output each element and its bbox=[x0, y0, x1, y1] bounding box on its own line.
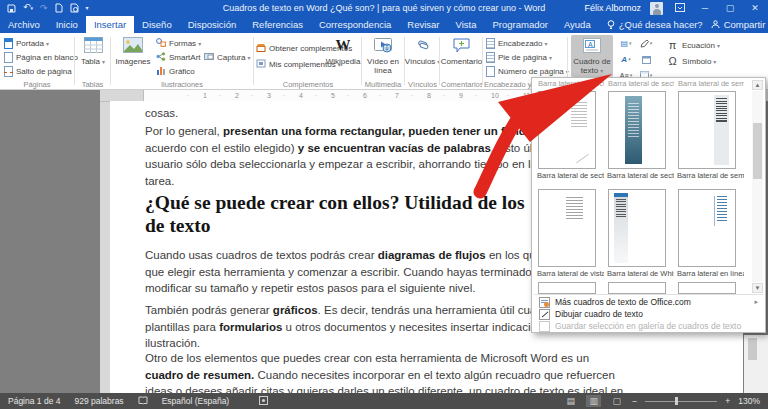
tab-vista[interactable]: Vista bbox=[448, 16, 485, 33]
tab-referencias[interactable]: Referencias bbox=[244, 16, 311, 33]
tab-correspondencia[interactable]: Correspondencia bbox=[311, 16, 399, 33]
zoom-in-button[interactable]: + bbox=[725, 396, 730, 406]
gallery-item-1[interactable] bbox=[538, 91, 596, 169]
group-paginas: Portada Página en blanco Salto de página… bbox=[2, 33, 72, 89]
tell-me-box[interactable]: ¿Qué desea hacer? bbox=[599, 16, 711, 33]
print-preview-icon[interactable] bbox=[70, 3, 79, 13]
page-number-icon bbox=[486, 66, 495, 77]
elementos-rapidos-button[interactable]: ▤▾ bbox=[619, 36, 633, 50]
tab-revisar[interactable]: Revisar bbox=[399, 16, 447, 33]
gallery-item-7[interactable] bbox=[538, 282, 596, 294]
tab-disposición[interactable]: Disposición bbox=[180, 16, 245, 33]
formas-button[interactable]: Formas bbox=[156, 37, 201, 49]
gallery-scroll-up-button[interactable]: ▲ bbox=[752, 80, 763, 90]
web-layout-icon[interactable]: ▢ bbox=[609, 395, 624, 407]
svg-text:A: A bbox=[588, 41, 593, 48]
fecha-y-hora-button[interactable] bbox=[639, 52, 653, 66]
language-indicator[interactable]: Español (España) bbox=[162, 396, 230, 406]
ruler-tick: · bbox=[411, 92, 413, 99]
grafico-button[interactable]: Gráfico bbox=[156, 65, 195, 77]
ribbon-display-options-icon[interactable] bbox=[672, 3, 688, 14]
share-button[interactable]: Compartir bbox=[711, 16, 768, 33]
gallery-item-5[interactable] bbox=[608, 189, 666, 267]
firma-button[interactable]: ▾ bbox=[639, 36, 653, 50]
scrollbar-thumb[interactable] bbox=[748, 338, 757, 360]
numero-de-pagina-button[interactable]: Número de página bbox=[486, 65, 569, 77]
gallery-item-9[interactable] bbox=[678, 282, 736, 294]
print-layout-icon[interactable]: ▥ bbox=[586, 395, 601, 407]
wordart-button[interactable]: A▾ bbox=[619, 52, 633, 66]
minimize-button[interactable]: ─ bbox=[697, 3, 713, 13]
ruler-tick: · bbox=[219, 92, 221, 99]
salto-de-pagina-button[interactable]: Salto de página bbox=[4, 65, 72, 77]
new-document-icon[interactable] bbox=[55, 3, 63, 13]
status-bar: Página 1 de 4 929 palabras Español (Espa… bbox=[0, 393, 768, 409]
encabezado-button[interactable]: Encabezado bbox=[486, 37, 548, 49]
document-scrollbar[interactable] bbox=[744, 335, 768, 393]
pie-de-pagina-button[interactable]: Pie de página bbox=[486, 51, 552, 63]
gallery-item-2[interactable] bbox=[608, 91, 666, 169]
person-icon bbox=[711, 20, 720, 29]
comentario-button[interactable]: Comentario bbox=[443, 35, 480, 66]
zoom-slider-thumb[interactable] bbox=[675, 397, 678, 405]
menu-item-save-selection: Guardar selección en galería de cuadros … bbox=[534, 320, 763, 332]
ruler-number: 11 bbox=[523, 92, 530, 99]
equation-pi-icon: π bbox=[666, 39, 679, 51]
simbolo-button[interactable]: ΩSímbolo bbox=[666, 55, 716, 67]
menu-item-more-text-boxes[interactable]: Más cuadros de texto de Office.com ▸ bbox=[534, 296, 763, 308]
macro-record-icon[interactable] bbox=[259, 396, 268, 407]
gallery-item-8[interactable] bbox=[608, 282, 666, 294]
save-icon[interactable] bbox=[7, 4, 16, 13]
tab-inicio[interactable]: Inicio bbox=[48, 16, 86, 33]
avatar[interactable] bbox=[650, 2, 663, 15]
tabla-button[interactable]: Tabla bbox=[79, 35, 107, 67]
gallery-scrollbar-thumb[interactable] bbox=[753, 123, 762, 179]
zoom-level[interactable]: 130% bbox=[738, 396, 760, 406]
gallery-item-6[interactable] bbox=[678, 189, 736, 267]
close-button[interactable]: ✕ bbox=[747, 3, 763, 13]
wikipedia-button[interactable]: W Wikipedia bbox=[328, 35, 358, 66]
portada-button[interactable]: Portada bbox=[4, 37, 49, 49]
gallery-label-clipped: Barra lateral de sect... bbox=[608, 79, 674, 87]
menu-item-draw-text-box[interactable]: Dibujar cuadro de texto bbox=[534, 308, 763, 320]
page-indicator[interactable]: Página 1 de 4 bbox=[8, 396, 60, 406]
group-tablas: Tabla Tablas bbox=[76, 33, 109, 89]
redo-icon[interactable]: ↷ bbox=[40, 4, 48, 13]
video-en-linea-button[interactable]: Vídeo en línea bbox=[365, 35, 401, 75]
smartart-button[interactable]: SmartArt bbox=[156, 51, 201, 63]
ecuacion-button[interactable]: πEcuación bbox=[666, 39, 720, 51]
proofing-icon[interactable] bbox=[138, 396, 148, 407]
page-break-icon bbox=[4, 66, 13, 77]
tab-diseño[interactable]: Diseño bbox=[134, 16, 180, 33]
ruler-tick: · bbox=[283, 92, 285, 99]
ruler-number: 5 bbox=[331, 92, 335, 99]
customize-qat-icon[interactable]: ▾ bbox=[86, 4, 89, 13]
gallery-label: Barra lateral de semáf... bbox=[677, 171, 744, 180]
undo-icon[interactable]: ↶▾ bbox=[23, 3, 33, 13]
word-count[interactable]: 929 palabras bbox=[74, 396, 123, 406]
imagenes-button[interactable]: Imágenes bbox=[114, 35, 152, 66]
gallery-item-3[interactable] bbox=[678, 91, 736, 169]
gallery-scrollbar-track[interactable] bbox=[752, 91, 763, 282]
zoom-out-button[interactable]: − bbox=[632, 396, 637, 406]
restore-button[interactable]: ▢ bbox=[722, 3, 738, 13]
user-name[interactable]: Félix Albornoz bbox=[584, 3, 641, 13]
gallery-scroll-down-button[interactable]: ▼ bbox=[752, 283, 763, 293]
blank-page-icon bbox=[4, 52, 13, 63]
tab-insertar[interactable]: Insertar bbox=[86, 16, 134, 33]
shapes-icon bbox=[156, 38, 166, 49]
ruler-tick: · bbox=[251, 92, 253, 99]
gallery-item-4[interactable] bbox=[538, 189, 596, 267]
read-mode-icon[interactable]: ▤ bbox=[563, 395, 578, 407]
tab-archivo[interactable]: Archivo bbox=[0, 16, 48, 33]
tab-programador[interactable]: Programador bbox=[484, 16, 555, 33]
captura-button[interactable]: Captura bbox=[204, 51, 250, 63]
cuadro-de-texto-button[interactable]: A Cuadro de texto bbox=[571, 35, 613, 77]
tab-ayuda[interactable]: Ayuda bbox=[556, 16, 599, 33]
pagina-en-blanco-button[interactable]: Página en blanco bbox=[4, 51, 78, 63]
document-text-line: cuadro de resumen. Cuando necesites inco… bbox=[145, 367, 737, 384]
vertical-ruler[interactable] bbox=[100, 101, 110, 393]
vinculos-button[interactable]: Vínculos bbox=[407, 35, 438, 67]
zoom-slider[interactable] bbox=[645, 401, 717, 402]
ruler-tick: · bbox=[507, 92, 509, 99]
